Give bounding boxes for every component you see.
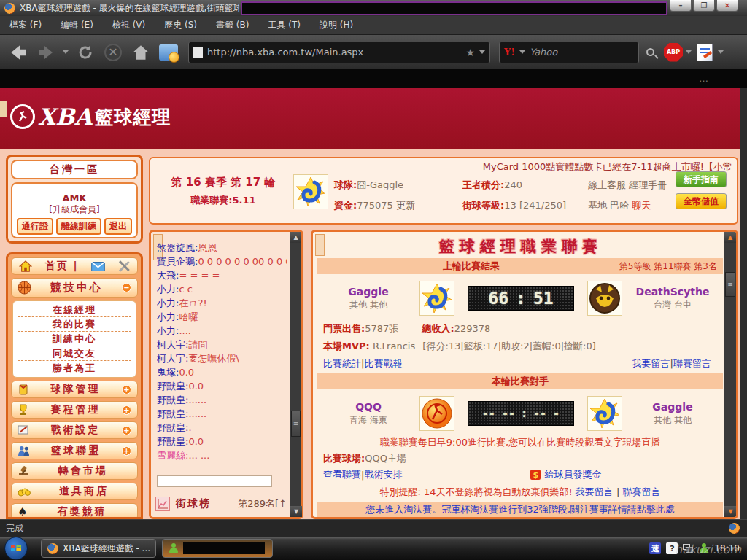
sidebar-item-label[interactable]: 籃球聯盟 xyxy=(36,444,116,457)
home-button[interactable] xyxy=(127,39,155,66)
expand-icon[interactable]: + xyxy=(122,385,131,394)
home-label[interactable]: 首页 | xyxy=(45,260,79,273)
reminder-message-link[interactable]: 我要留言 xyxy=(576,486,614,497)
logout-button[interactable]: 退出 xyxy=(104,218,132,235)
expand-icon[interactable]: + xyxy=(122,446,131,456)
site-logo[interactable]: XBA 籃球經理 xyxy=(10,104,171,130)
match-stats-link[interactable]: 比賽統計 xyxy=(323,358,361,369)
playoff-info-link[interactable]: 您未進入淘汰賽。冠軍杯淘汰賽進行到32強階段,關注賽事詳情請點擊此處 xyxy=(365,503,675,516)
gold-topup-button[interactable]: 金幣儲值 xyxy=(676,193,727,209)
sidebar-item-label[interactable]: 道具商店 xyxy=(36,485,131,498)
chat-link[interactable]: 聊天 xyxy=(632,200,651,211)
adblock-dropdown[interactable] xyxy=(686,50,692,54)
bonus-link[interactable]: 給球員發獎金 xyxy=(544,468,601,481)
bookmark-star-icon[interactable]: ★ xyxy=(465,47,475,58)
competition-center-header[interactable]: 競技中心 − xyxy=(11,278,138,298)
newbie-guide-button[interactable]: 新手指南 xyxy=(676,171,727,187)
sidebar-item-label[interactable]: 轉會市場 xyxy=(35,464,131,478)
baha-link[interactable]: 巴哈 xyxy=(610,200,629,211)
panel-scrollbar[interactable]: ▲ ≡ ▼ xyxy=(724,232,736,517)
submenu-online-manager[interactable]: 在線經理 xyxy=(18,303,131,317)
menu-bookmarks[interactable]: 書籤 (B) xyxy=(206,16,258,34)
chat-scrollbar[interactable]: ▲ ≡ ▼ xyxy=(290,232,301,517)
submenu-city-friends[interactable]: 同城交友 xyxy=(18,346,131,361)
sidebar-item-basketball-league[interactable]: 籃球聯盟 + xyxy=(11,442,138,459)
tray-messenger-icon[interactable] xyxy=(699,543,709,553)
competition-center-label[interactable]: 競技中心 xyxy=(31,281,122,295)
street-rank-label[interactable]: 街球榜 xyxy=(176,497,211,510)
fund-update-link[interactable]: 更新 xyxy=(396,200,415,211)
taskbar-task-messenger[interactable] xyxy=(162,539,273,558)
notes-dropdown[interactable] xyxy=(718,50,724,54)
screenshot-tool-button[interactable] xyxy=(155,39,182,66)
chat-input[interactable] xyxy=(157,475,272,487)
taskbar-task-firefox[interactable]: XBA籃球經理遊戲 - ... xyxy=(41,539,156,558)
adblock-button[interactable]: ABP xyxy=(661,39,686,66)
notes-addon-button[interactable] xyxy=(692,39,718,66)
scroll-up-icon[interactable]: ▲ xyxy=(724,232,736,243)
sidebar-item-transfer-market[interactable]: 轉會市場 xyxy=(11,462,138,480)
back-button[interactable] xyxy=(4,39,32,66)
menu-view[interactable]: 檢視 (V) xyxy=(103,16,155,34)
stop-button[interactable]: ✕ xyxy=(99,39,127,66)
tray-speed-icon[interactable]: 速 xyxy=(649,542,661,554)
toolbar-overflow-icon[interactable]: … xyxy=(699,73,708,84)
forward-button[interactable] xyxy=(32,39,60,66)
minimize-button[interactable]: – xyxy=(670,0,692,12)
sidebar-item-team-management[interactable]: 球隊管理 + xyxy=(11,381,138,398)
url-dropdown[interactable] xyxy=(479,50,485,54)
menu-edit[interactable]: 編輯 (E) xyxy=(51,16,103,34)
close-button[interactable]: ✕ xyxy=(716,0,738,12)
reminder-league-link[interactable]: 聯賽留言 xyxy=(623,486,661,497)
submenu-winner-king[interactable]: 勝者為王 xyxy=(18,361,131,376)
next-home-name[interactable]: QQQ xyxy=(317,401,419,413)
submenu-training-center[interactable]: 訓練中心 xyxy=(18,332,131,346)
start-button[interactable] xyxy=(4,537,28,560)
manager-manual-link[interactable]: 經理手冊 xyxy=(629,179,667,190)
league-message-link[interactable]: 聯賽留言 xyxy=(673,358,711,369)
away-team-name[interactable]: DeathScythe xyxy=(622,286,723,298)
menu-file[interactable]: 檔案 (F) xyxy=(0,16,51,34)
panel-scroll-thumb[interactable]: ≡ xyxy=(725,272,735,297)
scroll-up-icon[interactable]: ▲ xyxy=(290,232,301,243)
next-away-name[interactable]: Gaggle xyxy=(622,401,723,413)
sidebar-item-schedule-management[interactable]: 賽程管理 + xyxy=(11,401,138,419)
sidebar-item-label[interactable]: 戰術設定 xyxy=(35,424,116,437)
menu-help[interactable]: 說明 (H) xyxy=(310,16,363,34)
collapse-icon[interactable]: − xyxy=(122,283,131,292)
browser-scrollbar[interactable] xyxy=(740,88,747,519)
home-team-name[interactable]: Gaggle xyxy=(317,286,419,298)
menu-tools[interactable]: 工具 (T) xyxy=(258,16,310,34)
view-league-link[interactable]: 查看聯賽 xyxy=(323,468,361,481)
search-input[interactable] xyxy=(530,47,634,58)
street-rank-row[interactable]: 街球榜 第289名[↑ xyxy=(155,494,287,513)
mail-icon[interactable] xyxy=(91,262,105,271)
leave-message-link[interactable]: 我要留言 xyxy=(632,358,670,369)
scroll-down-icon[interactable]: ▼ xyxy=(724,506,737,517)
restore-button[interactable]: ❐ xyxy=(693,0,715,12)
base-link[interactable]: 基地 xyxy=(588,200,607,211)
sidebar-item-item-shop[interactable]: 道具商店 xyxy=(11,483,138,500)
sidebar-item-label[interactable]: 有獎競猜 xyxy=(33,505,131,518)
upgrade-link[interactable]: [升級成會員] xyxy=(12,203,136,216)
sidebar-item-prize-quiz[interactable]: ♠ 有獎競猜 xyxy=(11,503,138,519)
menu-history[interactable]: 歷史 (S) xyxy=(155,16,206,34)
pass-button[interactable]: 通行證 xyxy=(17,218,53,235)
match-report-link[interactable]: 比賽戰報 xyxy=(364,358,402,369)
online-service-link[interactable]: 線上客服 xyxy=(588,179,626,190)
back-history-dropdown[interactable] xyxy=(63,50,69,54)
tools-icon[interactable] xyxy=(118,260,130,272)
sidebar-item-label[interactable]: 賽程管理 xyxy=(35,403,116,416)
search-go-button[interactable] xyxy=(639,39,661,66)
tray-help-icon[interactable]: ? xyxy=(666,542,678,554)
tray-windows-icon[interactable] xyxy=(683,544,694,553)
chat-scroll-thumb[interactable]: ≡ xyxy=(291,411,301,437)
search-engine-dropdown[interactable] xyxy=(519,50,525,54)
offline-training-button[interactable]: 離線訓練 xyxy=(56,218,101,235)
scroll-down-icon[interactable]: ▼ xyxy=(290,506,302,517)
sidebar-item-tactics-settings[interactable]: 戰術設定 + xyxy=(11,421,138,439)
url-input[interactable] xyxy=(207,47,461,58)
expand-icon[interactable]: + xyxy=(122,426,131,435)
submenu-my-matches[interactable]: 我的比賽 xyxy=(18,317,131,332)
reload-button[interactable] xyxy=(71,39,99,66)
